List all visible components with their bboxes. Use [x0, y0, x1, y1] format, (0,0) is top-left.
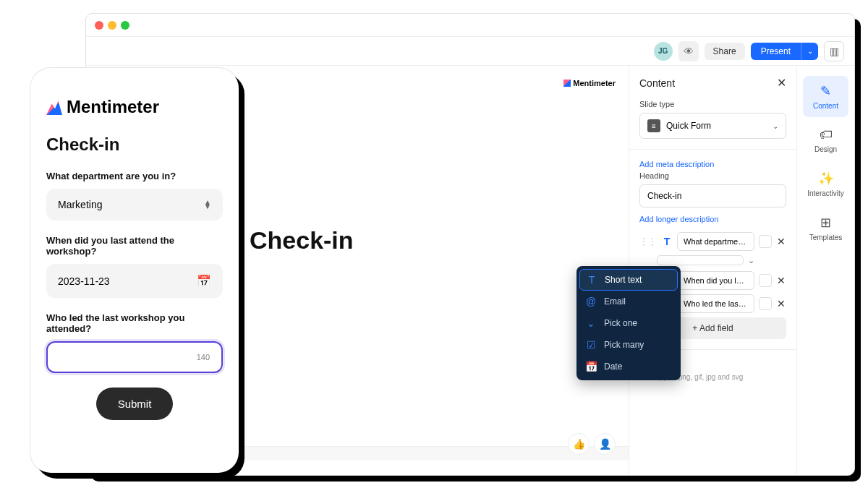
menu-item-label: Pick many — [604, 340, 644, 350]
close-panel-icon[interactable]: ✕ — [777, 76, 786, 90]
heading-input[interactable]: Check-in — [639, 184, 786, 207]
menu-item-label: Email — [604, 296, 626, 307]
rail-tab-label: Templates — [809, 234, 843, 241]
slide-type-value: Quick Form — [666, 121, 711, 131]
field-question-input[interactable]: What department are y — [677, 232, 754, 251]
brand-watermark: Mentimeter — [563, 79, 616, 87]
rail-tab-label: Content — [813, 102, 838, 110]
rail-tab-label: Design — [814, 145, 837, 153]
present-button[interactable]: Present — [751, 43, 801, 60]
field-option-input[interactable] — [657, 255, 744, 265]
department-select[interactable]: Marketing ▲▼ — [46, 189, 223, 221]
share-button[interactable]: Share — [705, 43, 745, 60]
user-avatar[interactable]: JG — [654, 42, 673, 61]
window-titlebar — [86, 14, 854, 37]
stepper-icon: ▲▼ — [204, 200, 211, 209]
brand-watermark-text: Mentimeter — [573, 79, 616, 87]
thumbs-up-icon[interactable]: 👍 — [568, 433, 590, 455]
participant-icon[interactable]: 👤 — [594, 433, 616, 455]
text-icon: T — [586, 274, 597, 286]
email-icon: @ — [585, 296, 597, 307]
brand-logo-mark-icon — [563, 80, 571, 87]
delete-field-icon[interactable]: ✕ — [776, 275, 786, 286]
text-type-icon[interactable]: T — [661, 236, 673, 247]
add-meta-description-link[interactable]: Add meta description — [639, 160, 786, 168]
pick-many-icon: ☑ — [585, 339, 597, 351]
pick-one-icon: ⌄ — [585, 317, 597, 329]
present-button-group: Present ⌄ — [751, 43, 818, 60]
submit-button[interactable]: Submit — [96, 388, 174, 420]
menu-item-pick-many[interactable]: ☑ Pick many — [576, 334, 681, 356]
delete-field-icon[interactable]: ✕ — [776, 298, 786, 309]
menu-item-label: Short text — [605, 275, 642, 285]
results-icon[interactable]: ▥ — [824, 41, 844, 61]
design-icon: 🏷 — [820, 127, 833, 142]
menu-item-label: Date — [604, 361, 622, 372]
question-label: What department are you in? — [46, 171, 223, 181]
brand-logo-text: Mentimeter — [67, 97, 159, 117]
form-field-row: ⋮⋮ T What department are y ✕ — [639, 232, 786, 251]
menu-item-short-text[interactable]: T Short text — [579, 269, 678, 291]
slide-type-select[interactable]: ≡ Quick Form ⌄ — [639, 113, 786, 139]
select-value: Marketing — [58, 199, 102, 210]
heading-label: Heading — [639, 171, 786, 180]
form-icon: ≡ — [647, 119, 660, 132]
field-option-row: ⌄ — [657, 255, 786, 265]
traffic-light-minimize[interactable] — [108, 21, 116, 30]
pencil-icon: ✎ — [820, 83, 831, 99]
slide-type-label: Slide type — [639, 100, 786, 108]
brand-logo: Mentimeter — [46, 97, 223, 117]
present-dropdown[interactable]: ⌄ — [801, 43, 818, 60]
slide-heading[interactable]: Check-in — [250, 226, 354, 254]
menu-item-pick-one[interactable]: ⌄ Pick one — [576, 312, 681, 334]
workshop-date-input[interactable]: 2023-11-23 📅 — [46, 264, 223, 298]
menu-item-date[interactable]: 📅 Date — [576, 356, 681, 377]
templates-icon: ⊞ — [820, 215, 831, 231]
panel-title: Content — [639, 77, 675, 89]
rail-tab-templates[interactable]: ⊞ Templates — [803, 207, 848, 249]
question-label: When did you last attend the workshop? — [46, 235, 223, 257]
field-question-input[interactable]: When did you last atten — [677, 271, 754, 290]
preview-icon[interactable]: 👁 — [678, 41, 699, 61]
delete-field-icon[interactable]: ✕ — [776, 236, 786, 247]
required-checkbox[interactable] — [759, 274, 772, 287]
add-longer-description-link[interactable]: Add longer description — [639, 215, 786, 223]
form-heading: Check-in — [46, 134, 223, 155]
interactivity-icon: ✨ — [818, 171, 834, 187]
right-rail: ✎ Content 🏷 Design ✨ Interactivity ⊞ Tem… — [796, 66, 854, 475]
menu-item-email[interactable]: @ Email — [576, 291, 681, 312]
rail-tab-interactivity[interactable]: ✨ Interactivity — [803, 163, 848, 205]
brand-logo-mark-icon — [46, 99, 62, 115]
mobile-preview: Mentimeter Check-in What department are … — [30, 68, 239, 473]
field-type-menu: T Short text @ Email ⌄ Pick one ☑ Pick m… — [576, 266, 681, 380]
question-label: Who led the last workshop you attended? — [46, 312, 223, 334]
field-question-input[interactable]: Who led the last worksh — [677, 294, 754, 313]
top-toolbar: JG 👁 Share Present ⌄ ▥ — [86, 37, 854, 66]
calendar-icon: 📅 — [585, 361, 597, 372]
traffic-light-close[interactable] — [95, 21, 103, 30]
rail-tab-design[interactable]: 🏷 Design — [803, 120, 848, 160]
date-value: 2023-11-23 — [58, 275, 110, 287]
char-count: 140 — [197, 353, 210, 361]
traffic-light-zoom[interactable] — [121, 21, 129, 30]
drag-handle-icon[interactable]: ⋮⋮ — [639, 236, 657, 247]
chevron-down-icon[interactable]: ⌄ — [748, 256, 754, 265]
chevron-down-icon: ⌄ — [773, 122, 778, 130]
required-checkbox[interactable] — [759, 297, 772, 310]
workshop-leader-input[interactable]: 140 — [46, 341, 223, 373]
menu-item-label: Pick one — [604, 318, 637, 328]
rail-tab-content[interactable]: ✎ Content — [803, 76, 848, 117]
rail-tab-label: Interactivity — [807, 189, 844, 197]
required-checkbox[interactable] — [759, 235, 772, 248]
calendar-icon: 📅 — [197, 274, 211, 288]
